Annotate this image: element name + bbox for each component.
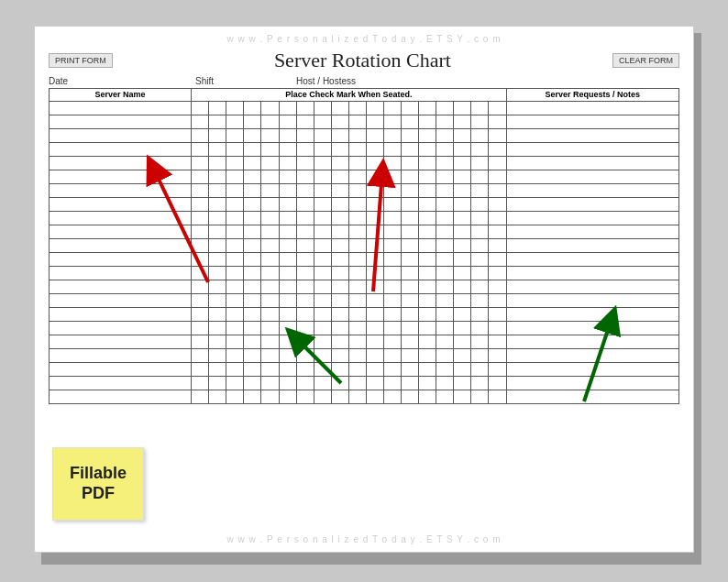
server-name-cell[interactable] bbox=[50, 101, 192, 115]
server-name-cell[interactable] bbox=[50, 390, 192, 403]
seated-check-cell[interactable] bbox=[454, 212, 471, 225]
seated-check-cell[interactable] bbox=[367, 115, 384, 128]
seated-check-cell[interactable] bbox=[209, 294, 226, 307]
seated-check-cell[interactable] bbox=[471, 129, 489, 142]
server-name-cell[interactable] bbox=[50, 293, 192, 307]
seated-check-cell[interactable] bbox=[454, 143, 471, 156]
seated-check-cell[interactable] bbox=[454, 198, 471, 211]
seated-check-cell[interactable] bbox=[436, 239, 454, 252]
seated-check-cell[interactable] bbox=[297, 335, 314, 348]
seated-check-cell[interactable] bbox=[402, 115, 419, 128]
seated-check-cell[interactable] bbox=[244, 363, 261, 376]
seated-check-cell[interactable] bbox=[436, 170, 454, 183]
print-button[interactable]: PRINT FORM bbox=[49, 53, 113, 68]
seated-check-cell[interactable] bbox=[332, 335, 349, 348]
seated-check-cell[interactable] bbox=[471, 143, 489, 156]
notes-cell[interactable] bbox=[506, 293, 678, 307]
seated-check-cell[interactable] bbox=[419, 239, 436, 252]
seated-check-cell[interactable] bbox=[226, 363, 244, 376]
server-name-cell[interactable] bbox=[50, 376, 192, 390]
server-name-cell[interactable] bbox=[50, 348, 192, 362]
notes-cell[interactable] bbox=[506, 183, 678, 197]
seated-check-cell[interactable] bbox=[384, 253, 402, 266]
seated-check-cell[interactable] bbox=[261, 377, 279, 390]
seated-check-cell[interactable] bbox=[349, 198, 367, 211]
seated-check-cell[interactable] bbox=[402, 129, 419, 142]
seated-check-cell[interactable] bbox=[367, 377, 384, 390]
seated-check-cell[interactable] bbox=[280, 115, 297, 128]
seated-check-cell[interactable] bbox=[454, 322, 471, 335]
seated-check-cell[interactable] bbox=[192, 280, 209, 293]
server-name-cell[interactable] bbox=[50, 183, 192, 197]
seated-check-cell[interactable] bbox=[489, 377, 505, 390]
seated-check-cell[interactable] bbox=[261, 335, 279, 348]
notes-cell[interactable] bbox=[506, 376, 678, 390]
seated-check-cell[interactable] bbox=[454, 377, 471, 390]
server-name-cell[interactable] bbox=[50, 307, 192, 321]
seated-check-cell[interactable] bbox=[489, 322, 505, 335]
seated-check-cell[interactable] bbox=[314, 363, 332, 376]
seated-check-cell[interactable] bbox=[226, 267, 244, 280]
seated-check-cell[interactable] bbox=[419, 349, 436, 362]
seated-check-cell[interactable] bbox=[471, 308, 489, 321]
seated-check-cell[interactable] bbox=[454, 239, 471, 252]
seated-check-cell[interactable] bbox=[384, 198, 402, 211]
seated-check-cell[interactable] bbox=[367, 363, 384, 376]
seated-check-cell[interactable] bbox=[209, 363, 226, 376]
seated-check-cell[interactable] bbox=[209, 143, 226, 156]
seated-check-cell[interactable] bbox=[297, 267, 314, 280]
seated-check-cell[interactable] bbox=[454, 280, 471, 293]
seated-check-cell[interactable] bbox=[332, 157, 349, 170]
clear-button[interactable]: CLEAR FORM bbox=[612, 53, 679, 68]
seated-check-cell[interactable] bbox=[436, 212, 454, 225]
seated-check-cell[interactable] bbox=[454, 363, 471, 376]
seated-check-cell[interactable] bbox=[244, 349, 261, 362]
seated-check-cell[interactable] bbox=[436, 157, 454, 170]
seated-check-cell[interactable] bbox=[349, 390, 367, 403]
seated-check-cell[interactable] bbox=[471, 294, 489, 307]
server-name-cell[interactable] bbox=[50, 252, 192, 266]
seated-check-cell[interactable] bbox=[332, 308, 349, 321]
seated-check-cell[interactable] bbox=[297, 102, 314, 115]
seated-check-cell[interactable] bbox=[226, 280, 244, 293]
seated-check-cell[interactable] bbox=[471, 267, 489, 280]
seated-check-cell[interactable] bbox=[226, 377, 244, 390]
seated-check-cell[interactable] bbox=[489, 363, 505, 376]
seated-check-cell[interactable] bbox=[436, 294, 454, 307]
seated-check-cell[interactable] bbox=[297, 198, 314, 211]
seated-check-cell[interactable] bbox=[471, 280, 489, 293]
seated-check-cell[interactable] bbox=[280, 170, 297, 183]
seated-check-cell[interactable] bbox=[436, 308, 454, 321]
seated-check-cell[interactable] bbox=[367, 322, 384, 335]
seated-check-cell[interactable] bbox=[192, 322, 209, 335]
seated-check-cell[interactable] bbox=[454, 335, 471, 348]
seated-check-cell[interactable] bbox=[384, 170, 402, 183]
seated-check-cell[interactable] bbox=[244, 377, 261, 390]
seated-check-cell[interactable] bbox=[402, 308, 419, 321]
seated-check-cell[interactable] bbox=[314, 335, 332, 348]
seated-check-cell[interactable] bbox=[244, 225, 261, 238]
seated-check-cell[interactable] bbox=[261, 157, 279, 170]
seated-check-cell[interactable] bbox=[419, 253, 436, 266]
seated-check-cell[interactable] bbox=[192, 349, 209, 362]
seated-check-cell[interactable] bbox=[436, 184, 454, 197]
seated-check-cell[interactable] bbox=[226, 102, 244, 115]
seated-check-cell[interactable] bbox=[402, 225, 419, 238]
seated-check-cell[interactable] bbox=[314, 115, 332, 128]
seated-check-cell[interactable] bbox=[314, 308, 332, 321]
seated-check-cell[interactable] bbox=[297, 212, 314, 225]
server-name-cell[interactable] bbox=[50, 128, 192, 142]
server-name-cell[interactable] bbox=[50, 211, 192, 225]
seated-check-cell[interactable] bbox=[454, 225, 471, 238]
seated-check-cell[interactable] bbox=[384, 294, 402, 307]
seated-check-cell[interactable] bbox=[261, 115, 279, 128]
seated-check-cell[interactable] bbox=[349, 349, 367, 362]
seated-check-cell[interactable] bbox=[297, 239, 314, 252]
seated-check-cell[interactable] bbox=[297, 322, 314, 335]
seated-check-cell[interactable] bbox=[332, 239, 349, 252]
seated-check-cell[interactable] bbox=[471, 170, 489, 183]
seated-check-cell[interactable] bbox=[471, 377, 489, 390]
seated-check-cell[interactable] bbox=[192, 198, 209, 211]
seated-check-cell[interactable] bbox=[314, 157, 332, 170]
seated-check-cell[interactable] bbox=[209, 322, 226, 335]
